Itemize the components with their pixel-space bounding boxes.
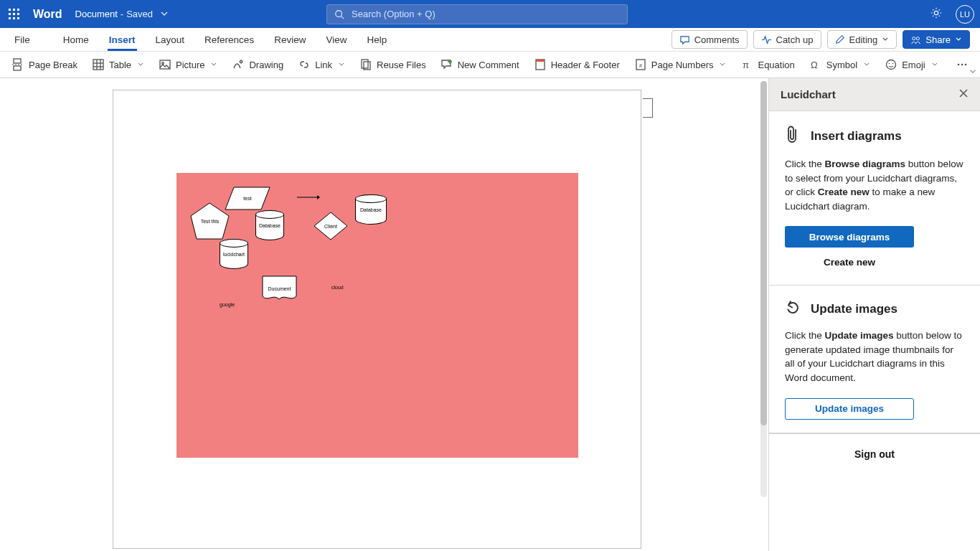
create-new-button[interactable]: Create new bbox=[785, 252, 914, 272]
svg-rect-2 bbox=[17, 9, 19, 11]
svg-rect-0 bbox=[9, 9, 11, 11]
comments-button[interactable]: Comments bbox=[672, 30, 748, 49]
doc-menu-chevron-icon[interactable] bbox=[160, 8, 169, 21]
reuse-files-label: Reuse Files bbox=[377, 60, 426, 70]
emoji-button[interactable]: Emoji bbox=[879, 55, 944, 75]
tab-view[interactable]: View bbox=[316, 28, 357, 51]
app-launcher-icon[interactable] bbox=[6, 6, 23, 23]
lucidchart-diagram-image[interactable]: Test this test Database Database lucidch… bbox=[176, 173, 578, 458]
svg-point-39 bbox=[964, 64, 966, 66]
shape-arrow bbox=[297, 190, 320, 196]
comments-label: Comments bbox=[694, 34, 740, 45]
shape-label: Client bbox=[324, 224, 337, 229]
table-icon bbox=[92, 58, 105, 71]
title-bar: Word Document - Saved Search (Option + Q… bbox=[0, 0, 980, 28]
scrollbar-thumb[interactable] bbox=[760, 81, 767, 425]
tab-home[interactable]: Home bbox=[53, 28, 99, 51]
activity-icon bbox=[761, 34, 772, 45]
svg-text:Ω: Ω bbox=[811, 60, 818, 70]
save-status: Saved bbox=[126, 9, 153, 19]
catch-up-button[interactable]: Catch up bbox=[753, 30, 821, 49]
tab-help[interactable]: Help bbox=[357, 28, 397, 51]
page-break-button[interactable]: Page Break bbox=[6, 55, 83, 75]
chevron-down-icon bbox=[719, 61, 726, 68]
picture-button[interactable]: Picture bbox=[153, 55, 223, 75]
document-name[interactable]: Document bbox=[75, 9, 118, 19]
shape-label: lucidchart bbox=[223, 252, 245, 257]
svg-line-10 bbox=[341, 16, 344, 19]
svg-rect-14 bbox=[14, 59, 21, 63]
page-break-label: Page Break bbox=[29, 60, 77, 70]
tab-layout[interactable]: Layout bbox=[146, 28, 195, 51]
emoji-label: Emoji bbox=[902, 60, 925, 70]
share-button[interactable]: Share bbox=[903, 30, 970, 49]
svg-rect-7 bbox=[13, 17, 15, 19]
tab-file[interactable]: File bbox=[4, 28, 40, 51]
svg-point-23 bbox=[162, 62, 164, 65]
settings-icon[interactable] bbox=[930, 6, 943, 22]
table-label: Table bbox=[109, 60, 131, 70]
tab-references[interactable]: References bbox=[194, 28, 264, 51]
refresh-icon bbox=[785, 300, 801, 319]
share-icon bbox=[910, 34, 921, 45]
search-input[interactable]: Search (Option + Q) bbox=[326, 4, 628, 24]
shape-cylinder-lucidchart: lucidchart bbox=[220, 239, 248, 269]
avatar-initials: LU bbox=[960, 10, 970, 19]
update-images-section: Update images Click the Update images bu… bbox=[769, 286, 980, 433]
shape-label: Database bbox=[360, 207, 382, 212]
user-avatar[interactable]: LU bbox=[956, 5, 974, 24]
symbol-button[interactable]: Ω Symbol bbox=[804, 55, 876, 75]
equation-button[interactable]: π Equation bbox=[735, 55, 800, 75]
app-name: Word bbox=[33, 8, 62, 21]
svg-rect-5 bbox=[17, 13, 19, 15]
document-page[interactable]: Test this test Database Database lucidch… bbox=[113, 90, 641, 549]
svg-rect-3 bbox=[9, 13, 11, 15]
shape-cylinder-database-2: Database bbox=[355, 194, 387, 225]
header-footer-icon bbox=[534, 58, 547, 71]
svg-point-12 bbox=[913, 37, 915, 39]
equation-icon: π bbox=[740, 58, 753, 71]
close-icon bbox=[958, 88, 969, 98]
svg-rect-24 bbox=[362, 60, 368, 68]
panel-close-button[interactable] bbox=[958, 88, 969, 101]
ribbon-tabs: File Home Insert Layout References Revie… bbox=[0, 28, 980, 52]
chevron-down-icon bbox=[137, 61, 144, 68]
link-label: Link bbox=[315, 60, 332, 70]
chevron-down-icon bbox=[338, 61, 345, 68]
header-footer-button[interactable]: Header & Footer bbox=[528, 55, 626, 75]
section-description: Click the Update images button below to … bbox=[785, 329, 964, 385]
panel-title: Lucidchart bbox=[781, 88, 836, 100]
table-button[interactable]: Table bbox=[86, 55, 150, 75]
page-margin-marker bbox=[643, 98, 653, 118]
svg-point-9 bbox=[336, 10, 342, 17]
symbol-label: Symbol bbox=[826, 60, 857, 70]
page-numbers-button[interactable]: # Page Numbers bbox=[628, 55, 732, 75]
new-comment-label: New Comment bbox=[458, 60, 519, 70]
tab-insert[interactable]: Insert bbox=[99, 28, 146, 51]
save-status-sep: - bbox=[121, 9, 123, 19]
svg-text:#: # bbox=[639, 63, 642, 68]
shape-parallelogram: test bbox=[224, 186, 271, 211]
emoji-icon bbox=[885, 58, 897, 71]
browse-diagrams-button[interactable]: Browse diagrams bbox=[785, 226, 914, 248]
chevron-down-icon bbox=[210, 61, 217, 68]
editing-mode-button[interactable]: Editing bbox=[827, 30, 897, 49]
new-comment-button[interactable]: New Comment bbox=[435, 55, 525, 75]
ribbon-collapse-chevron-icon[interactable] bbox=[969, 67, 977, 77]
tab-review[interactable]: Review bbox=[264, 28, 316, 51]
shape-label: Test this bbox=[201, 219, 220, 224]
picture-icon bbox=[159, 58, 171, 71]
link-button[interactable]: Link bbox=[292, 55, 351, 75]
update-images-button[interactable]: Update images bbox=[785, 398, 914, 420]
svg-rect-4 bbox=[13, 13, 15, 15]
svg-point-35 bbox=[889, 63, 890, 65]
reuse-files-button[interactable]: Reuse Files bbox=[354, 55, 432, 75]
chevron-down-icon bbox=[863, 61, 870, 68]
sign-out-button[interactable]: Sign out bbox=[769, 433, 980, 474]
scrollbar[interactable] bbox=[760, 81, 767, 497]
svg-rect-6 bbox=[9, 17, 11, 19]
page-numbers-label: Page Numbers bbox=[651, 60, 714, 70]
drawing-button[interactable]: Drawing bbox=[226, 55, 289, 75]
search-icon bbox=[334, 9, 344, 19]
link-icon bbox=[298, 58, 311, 71]
